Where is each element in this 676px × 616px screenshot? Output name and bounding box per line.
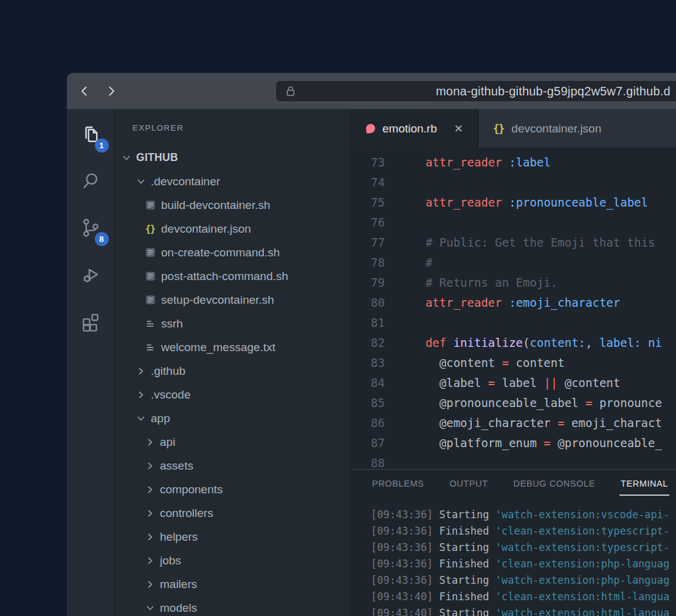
terminal-line: [09:43:36] Finished 'clean-extension:php…	[371, 555, 676, 572]
tree-item-build-devcontainer-sh[interactable]: build-devcontainer.sh	[114, 193, 351, 217]
code-text: attr_reader :label	[412, 156, 551, 169]
code-line-88[interactable]: 88	[351, 453, 676, 469]
tree-item-github[interactable]: GITHUB	[114, 146, 351, 169]
terminal-output[interactable]: [09:43:36] Starting 'watch-extension:vsc…	[351, 501, 676, 616]
panel-tab-output[interactable]: OUTPUT	[448, 475, 489, 496]
code-text: # Returns an Emoji.	[412, 276, 557, 289]
tree-item-label: setup-devcontainer.sh	[161, 293, 274, 307]
tab-devcontainer-json[interactable]: {} devcontainer.json	[478, 109, 676, 148]
browser-titlebar: mona-github-github-g59jpq2w5w7.github.d	[67, 73, 676, 109]
terminal-line: [09:43:36] Starting 'watch-extension:vsc…	[371, 506, 676, 522]
code-line-79[interactable]: 79 # Returns an Emoji.	[351, 272, 676, 292]
tree-item-on-create-command-sh[interactable]: on-create-command.sh	[114, 241, 351, 264]
tree-item-label: mailers	[160, 578, 197, 591]
tab-label: devcontainer.json	[511, 122, 601, 135]
tree-item-setup-devcontainer-sh[interactable]: setup-devcontainer.sh	[114, 288, 351, 312]
tree-item--github[interactable]: .github	[114, 359, 351, 383]
tree-item--vscode[interactable]: .vscode	[114, 383, 351, 406]
tree-item-post-attach-command-sh[interactable]: post-attach-command.sh	[114, 264, 351, 288]
json-file-icon: {}	[144, 223, 156, 235]
ruby-file-icon	[365, 123, 376, 134]
tree-item-api[interactable]: api	[114, 430, 351, 454]
tree-item-jobs[interactable]: jobs	[114, 549, 351, 572]
code-line-87[interactable]: 87 @platform_enum = @pronounceable_	[351, 433, 676, 453]
tree-item-welcome-message-txt[interactable]: welcome_message.txt	[114, 335, 351, 359]
activity-item-explorer[interactable]: 1	[74, 117, 108, 151]
chevron-right-icon	[144, 436, 156, 448]
code-line-80[interactable]: 80 attr_reader :emoji_character	[351, 292, 676, 312]
chevron-right-icon	[144, 531, 156, 543]
tree-item-components[interactable]: components	[114, 477, 351, 501]
chevron-down-icon	[135, 176, 147, 188]
search-icon	[80, 170, 102, 192]
code-editor[interactable]: 73 attr_reader :label7475 attr_reader :p…	[351, 148, 676, 469]
tree-item-models[interactable]: models	[114, 596, 351, 616]
line-number: 78	[351, 256, 385, 269]
code-line-74[interactable]: 74	[351, 172, 676, 192]
chevron-right-icon	[144, 578, 156, 590]
tree-item-label: app	[151, 412, 170, 425]
editor-tabs: emotion.rb ✕ {} devcontainer.json	[351, 109, 676, 148]
activity-item-extensions[interactable]	[74, 304, 108, 338]
code-line-77[interactable]: 77 # Public: Get the Emoji that this	[351, 232, 676, 252]
code-line-82[interactable]: 82 def initialize(content:, label: ni	[351, 332, 676, 352]
chevron-right-icon	[144, 484, 156, 496]
tree-item-label: build-devcontainer.sh	[161, 199, 271, 212]
line-number: 81	[351, 316, 385, 329]
tree-item-devcontainer-json[interactable]: {}devcontainer.json	[114, 217, 351, 241]
bottom-panel: PROBLEMSOUTPUTDEBUG CONSOLETERMINAL [09:…	[351, 469, 676, 616]
tree-item--devcontainer[interactable]: .devcontainer	[114, 169, 351, 193]
tree-item-app[interactable]: app	[114, 406, 351, 430]
chevron-right-icon	[144, 507, 156, 519]
chevron-down-icon	[144, 602, 156, 614]
chevron-right-icon	[105, 84, 118, 98]
activity-item-source-control[interactable]: 8	[74, 211, 108, 245]
tab-emotion-rb[interactable]: emotion.rb ✕	[351, 109, 478, 148]
tree-item-label: jobs	[160, 554, 181, 567]
code-line-73[interactable]: 73 attr_reader :label	[351, 152, 676, 172]
panel-tabs: PROBLEMSOUTPUTDEBUG CONSOLETERMINAL	[351, 470, 676, 501]
extensions-icon	[80, 310, 102, 332]
code-line-86[interactable]: 86 @emoji_character = emoji_charact	[351, 412, 676, 433]
chevron-right-icon	[135, 389, 147, 401]
tree-item-label: post-attach-command.sh	[161, 270, 288, 283]
code-text: #	[412, 256, 432, 269]
url-bar[interactable]: mona-github-github-g59jpq2w5w7.github.d	[275, 80, 676, 102]
tree-item-helpers[interactable]: helpers	[114, 525, 351, 549]
chevron-left-icon	[78, 84, 91, 98]
explorer-badge: 1	[95, 139, 109, 152]
chevron-right-icon	[144, 460, 156, 472]
code-line-78[interactable]: 78 #	[351, 252, 676, 272]
back-button[interactable]	[75, 82, 94, 100]
chevron-right-icon	[135, 365, 147, 377]
tree-item-label: models	[160, 601, 197, 615]
activity-item-search[interactable]	[74, 164, 108, 198]
code-line-81[interactable]: 81	[351, 312, 676, 332]
tree-item-label: api	[160, 436, 175, 449]
activity-item-run-debug[interactable]	[74, 258, 108, 292]
code-text: def initialize(content:, label: ni	[412, 336, 662, 349]
tree-item-mailers[interactable]: mailers	[114, 572, 351, 596]
code-line-75[interactable]: 75 attr_reader :pronounceable_label	[351, 192, 676, 212]
code-text: @content = content	[412, 356, 565, 369]
code-line-76[interactable]: 76	[351, 212, 676, 232]
line-number: 80	[351, 296, 385, 309]
close-tab-icon[interactable]: ✕	[454, 122, 463, 135]
source-control-badge: 8	[95, 232, 109, 246]
tree-item-label: .vscode	[151, 388, 190, 402]
tree-item-assets[interactable]: assets	[114, 454, 351, 477]
code-line-85[interactable]: 85 @pronounceable_label = pronounce	[351, 392, 676, 412]
tree-item-label: controllers	[160, 507, 213, 520]
text-file-icon	[144, 318, 156, 330]
debug-icon	[80, 264, 102, 286]
tree-item-controllers[interactable]: controllers	[114, 501, 351, 525]
panel-tab-terminal[interactable]: TERMINAL	[619, 475, 669, 496]
code-line-83[interactable]: 83 @content = content	[351, 352, 676, 372]
tree-item-ssrh[interactable]: ssrh	[114, 312, 351, 335]
panel-tab-debug-console[interactable]: DEBUG CONSOLE	[512, 475, 596, 496]
forward-button[interactable]	[102, 82, 120, 100]
code-line-84[interactable]: 84 @label = label || @content	[351, 372, 676, 392]
line-number: 83	[351, 356, 385, 369]
panel-tab-problems[interactable]: PROBLEMS	[371, 475, 425, 496]
activity-bar: 1 8	[67, 109, 114, 616]
